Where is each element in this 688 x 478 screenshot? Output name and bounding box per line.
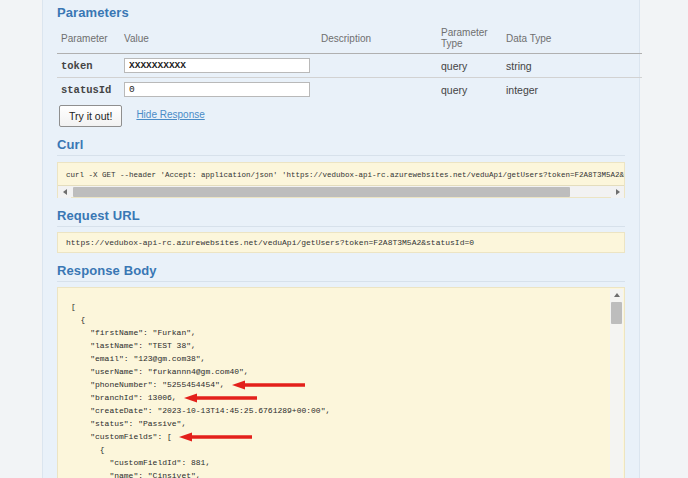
response-json-line: "userName": "furkannn4@gm.com40", [71, 365, 598, 378]
param-type: query [437, 78, 502, 102]
column-header-parameter-type: Parameter Type [437, 24, 502, 54]
response-json-line: "status": "Passive", [71, 417, 598, 430]
parameters-table: ParameterValueDescriptionParameter TypeD… [57, 24, 642, 101]
param-name: token [57, 54, 120, 78]
response-json-line: "customFields": [ [71, 430, 598, 443]
parameters-header-row: ParameterValueDescriptionParameter TypeD… [57, 24, 642, 54]
actions-row: Try it out! Hide Response [59, 105, 625, 127]
param-row-token: tokenquerystring [57, 54, 642, 78]
response-vertical-scrollbar[interactable] [610, 289, 623, 478]
column-header-description: Description [317, 24, 437, 54]
response-json-line: "branchId": 13006, [71, 391, 598, 404]
curl-horizontal-scrollbar[interactable] [58, 185, 624, 197]
response-json-content: [ { "firstName": "Furkan", "lastName": "… [71, 300, 598, 478]
red-arrow-icon [179, 432, 252, 442]
param-type: query [437, 54, 502, 78]
response-json-line: "firstName": "Furkan", [71, 326, 598, 339]
response-json-line: "createDate": "2023-10-13T14:45:25.67612… [71, 404, 598, 417]
curl-command-box: curl -X GET --header 'Accept: applicatio… [57, 162, 625, 198]
red-arrow-annotation [232, 380, 305, 390]
response-json-line: "customFieldId": 881, [71, 456, 598, 469]
scroll-right-arrow-icon[interactable] [611, 186, 624, 198]
param-value-input-statusId[interactable] [124, 82, 310, 97]
curl-heading: Curl [57, 137, 625, 156]
horizontal-scrollbar-thumb[interactable] [73, 187, 570, 197]
response-json-line: "phoneNumber": "5255454454", [71, 378, 598, 391]
response-body-box: [ { "firstName": "Furkan", "lastName": "… [57, 287, 625, 478]
response-body-heading: Response Body [57, 263, 625, 282]
param-row-statusId: statusIdqueryinteger [57, 78, 642, 102]
vertical-scrollbar-thumb[interactable] [611, 302, 622, 324]
red-arrow-annotation [179, 432, 252, 442]
hide-response-link[interactable]: Hide Response [136, 109, 204, 120]
scroll-left-arrow-icon[interactable] [58, 186, 71, 198]
param-name: statusId [57, 78, 120, 102]
red-arrow-icon [184, 393, 257, 403]
column-header-value: Value [120, 24, 317, 54]
parameters-heading: Parameters [57, 5, 625, 20]
vertical-scrollbar-track[interactable] [610, 301, 623, 478]
param-data-type: string [502, 54, 642, 78]
param-value-input-token[interactable] [124, 58, 310, 73]
operation-panel: Parameters ParameterValueDescriptionPara… [42, 0, 640, 478]
try-it-out-button[interactable]: Try it out! [59, 105, 122, 127]
parameters-section: Parameters ParameterValueDescriptionPara… [57, 5, 625, 127]
red-arrow-annotation [184, 393, 257, 403]
column-header-parameter: Parameter [57, 24, 120, 54]
swagger-page: Parameters ParameterValueDescriptionPara… [0, 0, 688, 478]
response-json-line: "name": "Cinsiyet", [71, 469, 598, 478]
curl-section: Curl curl -X GET --header 'Accept: appli… [57, 137, 625, 198]
param-description [317, 78, 437, 102]
response-body-section: Response Body [ { "firstName": "Furkan",… [57, 263, 625, 478]
scroll-up-arrow-icon[interactable] [610, 289, 623, 301]
red-arrow-icon [232, 380, 305, 390]
param-data-type: integer [502, 78, 642, 102]
response-json-line: { [71, 313, 598, 326]
curl-command-text: curl -X GET --header 'Accept: applicatio… [58, 163, 624, 185]
request-url-section: Request URL https://vedubox-api-rc.azure… [57, 208, 625, 253]
response-json-line: { [71, 443, 598, 456]
request-url-box: https://vedubox-api-rc.azurewebsites.net… [57, 232, 625, 253]
column-header-data-type: Data Type [502, 24, 642, 54]
param-description [317, 54, 437, 78]
request-url-heading: Request URL [57, 208, 625, 227]
horizontal-scrollbar-track[interactable] [71, 186, 611, 198]
response-json-line: "email": "123@gm.com38", [71, 352, 598, 365]
response-json-line: "lastName": "TEST 38", [71, 339, 598, 352]
response-json-line: [ [71, 300, 598, 313]
request-url-text: https://vedubox-api-rc.azurewebsites.net… [66, 238, 616, 247]
